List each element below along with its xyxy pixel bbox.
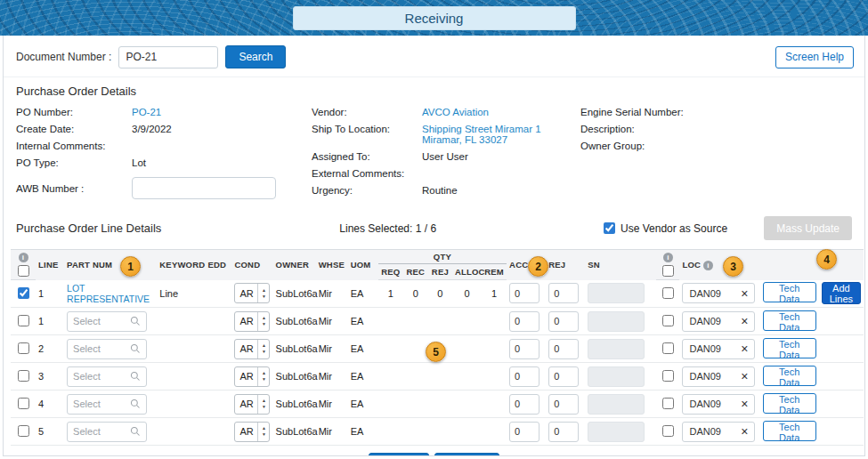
loc-field[interactable]: DAN09 × — [682, 422, 755, 442]
table-row: 1 Select AR ▲▼ — [11, 308, 864, 335]
keyword-cell — [157, 308, 205, 335]
receive-button[interactable]: Receive — [434, 453, 499, 456]
owner-group-label: Owner Group: — [580, 141, 645, 151]
part-num-select[interactable]: Select — [67, 394, 147, 415]
acc-input[interactable] — [509, 394, 539, 415]
acc-input[interactable] — [509, 339, 539, 359]
rej-input[interactable] — [548, 311, 579, 332]
stepper-icon[interactable]: ▲▼ — [257, 312, 269, 331]
loc-select-checkbox[interactable] — [662, 370, 674, 382]
stepper-icon[interactable]: ▲▼ — [257, 284, 269, 302]
keyword-cell: Line — [157, 280, 205, 308]
cancel-button[interactable]: Cancel — [369, 453, 428, 456]
po-type-label: PO Type: — [16, 157, 132, 168]
search-icon — [130, 316, 141, 326]
stepper-icon[interactable]: ▲▼ — [257, 367, 269, 386]
acc-input[interactable] — [509, 366, 539, 387]
clear-loc-icon[interactable]: × — [741, 342, 748, 355]
part-num-select[interactable]: Select — [67, 311, 147, 332]
loc-field[interactable]: DAN09 × — [682, 366, 755, 387]
acc-input[interactable] — [509, 311, 539, 332]
part-num-select[interactable]: Select — [67, 339, 147, 359]
awb-number-input[interactable] — [132, 177, 276, 199]
rej-input[interactable] — [548, 394, 579, 415]
po-type-value: Lot — [132, 157, 146, 168]
part-num-select[interactable]: Select — [67, 422, 147, 442]
cond-select[interactable]: AR ▲▼ — [234, 394, 270, 415]
row-select-checkbox[interactable] — [18, 287, 29, 299]
rej-input[interactable] — [548, 283, 579, 303]
po-details-col1: PO Number: PO-21 Create Date: 3/9/2022 I… — [16, 107, 312, 205]
col-header-whse: WHSE — [316, 250, 348, 280]
whse-cell: Mir — [316, 308, 348, 335]
add-lines-button[interactable]: Add Lines — [822, 282, 861, 304]
loc-select-checkbox[interactable] — [662, 287, 674, 299]
col-header-cond: COND — [231, 250, 272, 280]
loc-select-checkbox[interactable] — [662, 425, 674, 437]
row-select-checkbox[interactable] — [18, 398, 29, 409]
footer-actions: Cancel Receive — [4, 446, 864, 456]
select-all-checkbox[interactable] — [18, 265, 29, 277]
sn-input — [588, 366, 645, 387]
tech-data-button[interactable]: Tech Data — [763, 366, 816, 386]
tech-data-button[interactable]: Tech Data — [763, 393, 816, 414]
tech-data-button[interactable]: Tech Data — [763, 310, 816, 331]
cond-select[interactable]: AR ▲▼ — [234, 283, 270, 303]
info-icon: i — [663, 253, 673, 262]
select-all-loc-checkbox[interactable] — [662, 265, 674, 277]
callout-badge-5: 5 — [426, 342, 446, 362]
tech-data-button[interactable]: Tech Data — [763, 282, 816, 302]
cond-select[interactable]: AR ▲▼ — [234, 422, 270, 442]
po-details-grid: PO Number: PO-21 Create Date: 3/9/2022 I… — [16, 107, 852, 205]
clear-loc-icon[interactable]: × — [741, 315, 748, 327]
part-num-link[interactable]: LOT REPRESENTATIVE — [67, 283, 150, 304]
rej-input[interactable] — [548, 422, 579, 442]
acc-input[interactable] — [509, 283, 539, 303]
po-details-col3: Engine Serial Number: Description: Owner… — [580, 107, 852, 205]
vendor-value[interactable]: AVCO Aviation — [422, 107, 489, 117]
loc-field[interactable]: DAN09 × — [682, 283, 755, 303]
row-select-checkbox[interactable] — [18, 315, 29, 326]
document-number-input[interactable] — [118, 46, 218, 68]
content-frame: Document Number : Search Screen Help Pur… — [3, 36, 865, 456]
screen-help-button[interactable]: Screen Help — [775, 46, 854, 68]
use-vendor-checkbox[interactable] — [604, 222, 615, 234]
row-select-checkbox[interactable] — [18, 342, 29, 354]
loc-select-checkbox[interactable] — [662, 342, 674, 354]
loc-select-checkbox[interactable] — [662, 398, 674, 409]
cond-select[interactable]: AR ▲▼ — [234, 311, 270, 332]
clear-loc-icon[interactable]: × — [741, 398, 748, 410]
loc-field[interactable]: DAN09 × — [682, 394, 755, 415]
part-num-select[interactable]: Select — [67, 366, 147, 387]
clear-loc-icon[interactable]: × — [741, 425, 748, 438]
loc-field[interactable]: DAN09 × — [682, 311, 755, 332]
line-cell: 5 — [36, 418, 64, 446]
row-select-checkbox[interactable] — [18, 370, 29, 382]
ship-to-value[interactable]: Shipping Street Miramar 1 Miramar, FL 33… — [422, 124, 541, 145]
cond-select[interactable]: AR ▲▼ — [234, 339, 270, 359]
info-icon: i — [19, 253, 28, 262]
rej-input[interactable] — [548, 366, 579, 387]
po-number-value[interactable]: PO-21 — [132, 107, 161, 117]
ship-to-line1: Shipping Street Miramar 1 — [422, 124, 541, 134]
clear-loc-icon[interactable]: × — [741, 287, 748, 300]
acc-input[interactable] — [509, 422, 539, 442]
stepper-icon[interactable]: ▲▼ — [257, 340, 269, 358]
tech-data-button[interactable]: Tech Data — [763, 338, 816, 358]
row-select-checkbox[interactable] — [18, 425, 29, 437]
loc-select-checkbox[interactable] — [662, 315, 674, 326]
use-vendor-as-source[interactable]: Use Vendor as Source — [604, 222, 727, 235]
stepper-icon[interactable]: ▲▼ — [257, 395, 269, 414]
clear-loc-icon[interactable]: × — [741, 370, 748, 382]
table-row: 4 Select AR ▲▼ — [11, 391, 864, 418]
loc-field[interactable]: DAN09 × — [682, 339, 755, 359]
search-button[interactable]: Search — [225, 45, 286, 68]
cond-select[interactable]: AR ▲▼ — [234, 366, 270, 387]
create-date-value: 3/9/2022 — [132, 124, 172, 134]
rej-input[interactable] — [548, 339, 579, 359]
line-cell: 3 — [36, 363, 64, 391]
line-cell: 1 — [36, 280, 64, 308]
stepper-icon[interactable]: ▲▼ — [257, 423, 269, 441]
tech-data-button[interactable]: Tech Data — [763, 421, 816, 441]
po-details-title: Purchase Order Details — [16, 85, 852, 98]
